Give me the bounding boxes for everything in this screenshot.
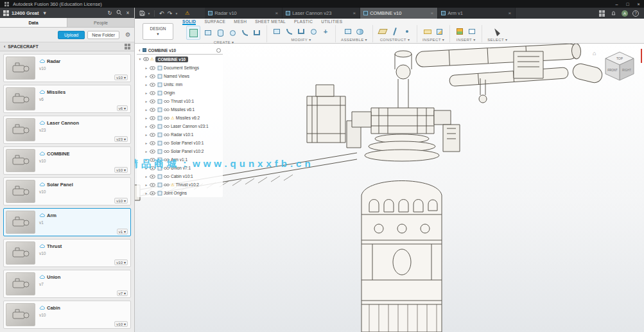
close-window-button[interactable]: ×: [633, 0, 644, 8]
fillet-edge-icon[interactable]: [284, 26, 293, 37]
press-pull-icon[interactable]: [272, 26, 281, 37]
expand-arrow-icon[interactable]: ▸: [144, 175, 148, 179]
shell-icon[interactable]: [297, 26, 306, 37]
insert-mesh-icon[interactable]: [455, 26, 464, 37]
browser-row[interactable]: ▸ ⚠ Joint Origins: [137, 189, 223, 197]
version-dropdown[interactable]: v10 ▾: [114, 321, 128, 327]
expand-arrow-icon[interactable]: ▸: [144, 116, 148, 120]
browser-row[interactable]: ▸ ⚠ Cabin v10:1: [137, 172, 223, 180]
breadcrumb-label[interactable]: SPACECRAFT: [8, 44, 38, 49]
sphere-icon[interactable]: [228, 27, 237, 39]
browser-row[interactable]: ▸ ⚠ Thrust v10:2: [137, 180, 223, 189]
document-tab[interactable]: COMBINE v10 ×: [360, 8, 438, 19]
browser-row-label[interactable]: Laser Cannon v23:1: [171, 124, 209, 128]
search-icon[interactable]: [116, 10, 122, 17]
ribbon-tab[interactable]: SOLID: [182, 19, 196, 25]
browser-row[interactable]: ▸ ⚠ Solar Panel v10:1: [137, 139, 223, 147]
browser-row-label[interactable]: Origin: [164, 91, 175, 95]
browser-row[interactable]: ▸ ⚠ Missiles v6:2: [137, 114, 223, 122]
visibility-eye-icon[interactable]: [150, 90, 155, 96]
visibility-eye-icon[interactable]: [150, 140, 155, 146]
pipe-icon[interactable]: [252, 27, 261, 39]
expand-arrow-icon[interactable]: ▸: [144, 183, 148, 187]
visibility-eye-icon[interactable]: [150, 148, 155, 154]
gear-icon[interactable]: ⚙: [125, 31, 130, 38]
library-item[interactable]: Missiles v6 v6 ▾: [3, 85, 131, 113]
close-tab-icon[interactable]: ×: [430, 10, 435, 16]
select-icon[interactable]: [493, 26, 502, 37]
browser-row-label[interactable]: Missiles v6:1: [171, 107, 195, 112]
visibility-eye-icon[interactable]: [150, 115, 155, 121]
version-dropdown[interactable]: v10 ▾: [114, 198, 128, 204]
redo-icon[interactable]: ↷: [166, 9, 173, 17]
ribbon-tab[interactable]: MESH: [234, 19, 247, 25]
library-item[interactable]: Arm v1 v1 ▾: [3, 208, 131, 236]
undo-icon[interactable]: ↶: [158, 9, 165, 17]
browser-row-label[interactable]: Named Views: [164, 74, 189, 78]
visibility-eye-icon[interactable]: [150, 73, 155, 79]
close-panel-icon[interactable]: ×: [125, 10, 131, 16]
library-item[interactable]: Thrust v10 v10 ▾: [3, 239, 131, 267]
visibility-eye-icon[interactable]: [150, 82, 155, 87]
browser-row[interactable]: ▸ ⚠ Document Settings: [137, 64, 223, 72]
save-dropdown-icon[interactable]: ▾: [147, 12, 151, 15]
browser-row-label[interactable]: Radar v10:1: [171, 132, 193, 137]
close-tab-icon[interactable]: ×: [352, 10, 357, 16]
create-sketch-icon[interactable]: [186, 26, 200, 40]
browser-row[interactable]: ▸ ⚠ Laser Cannon v23:1: [137, 122, 223, 130]
help-icon[interactable]: ?: [632, 10, 639, 17]
back-icon[interactable]: ‹: [4, 44, 5, 49]
display-settings-icon[interactable]: [216, 48, 221, 53]
tab-people[interactable]: People: [67, 18, 134, 27]
browser-row-label[interactable]: Thrust v10:2: [176, 182, 199, 187]
visibility-eye-icon[interactable]: [150, 98, 155, 104]
browser-row[interactable]: ▸ ⚠ Named Views: [137, 72, 223, 80]
browser-row-label[interactable]: Solar Panel v10:1: [171, 141, 204, 145]
browser-row[interactable]: ▸ ⚠ Origin: [137, 89, 223, 97]
expand-arrow-icon[interactable]: ▾: [138, 57, 142, 61]
notifications-icon[interactable]: [610, 9, 617, 17]
cylinder-icon[interactable]: [216, 27, 225, 39]
browser-row[interactable]: ▸ ⚠ Missiles v6:1: [137, 105, 223, 114]
browser-row-label[interactable]: Joint Origins: [164, 191, 187, 195]
ribbon-tab[interactable]: SHEET METAL: [255, 19, 286, 25]
layout-grid-icon[interactable]: [599, 10, 605, 17]
browser-row-label[interactable]: Document Settings: [164, 66, 199, 70]
version-dropdown[interactable]: v6 ▾: [117, 105, 128, 111]
expand-arrow-icon[interactable]: ▸: [144, 191, 148, 195]
browser-row[interactable]: ▸ ⚠ Thrust v10:1: [137, 97, 223, 105]
library-item[interactable]: COMBINE v10 v10 ▾: [3, 146, 131, 175]
document-tab[interactable]: Laser Cannon v23 ×: [283, 8, 360, 19]
expand-arrow-icon[interactable]: ▸: [144, 150, 148, 153]
browser-row-label[interactable]: Cabin v10:1: [171, 174, 193, 179]
upload-button[interactable]: Upload: [58, 31, 85, 39]
app-grid-icon[interactable]: [3, 1, 10, 6]
group-label-assemble[interactable]: ASSEMBLE▾: [341, 37, 367, 42]
ribbon-tab[interactable]: SURFACE: [204, 19, 225, 25]
expand-arrow-icon[interactable]: ▸: [144, 83, 148, 87]
expand-arrow-icon[interactable]: ▸: [144, 74, 148, 78]
expand-arrow-icon[interactable]: ▸: [144, 125, 148, 128]
construction-plane-icon[interactable]: [378, 26, 387, 37]
fillet-icon[interactable]: [240, 27, 249, 39]
root-component-label[interactable]: COMBINE v10: [155, 57, 188, 62]
redo-dropdown-icon[interactable]: ▾: [175, 12, 178, 15]
library-item[interactable]: Radar v10 v10 ▾: [3, 54, 131, 82]
maximize-button[interactable]: □: [622, 0, 633, 8]
save-icon[interactable]: [139, 9, 146, 17]
close-tab-icon[interactable]: ×: [508, 10, 512, 16]
expand-arrow-icon[interactable]: ▸: [144, 100, 148, 103]
group-label-insert[interactable]: INSERT▾: [457, 37, 476, 42]
visibility-eye-icon[interactable]: [150, 65, 155, 71]
construction-point-icon[interactable]: [403, 26, 412, 37]
version-dropdown[interactable]: v7 ▾: [117, 290, 128, 296]
version-dropdown[interactable]: v10 ▾: [114, 167, 128, 173]
browser-row-label[interactable]: Missiles v6:2: [176, 116, 200, 120]
box-icon[interactable]: [204, 27, 213, 39]
job-status-warning-icon[interactable]: ⚠: [185, 10, 189, 16]
joint-icon[interactable]: [356, 26, 365, 37]
browser-row-label[interactable]: Units: mm: [164, 82, 182, 87]
group-label-inspect[interactable]: INSPECT▾: [422, 37, 444, 42]
home-view-icon[interactable]: ⌂: [593, 50, 596, 57]
combine-icon[interactable]: [309, 26, 318, 37]
